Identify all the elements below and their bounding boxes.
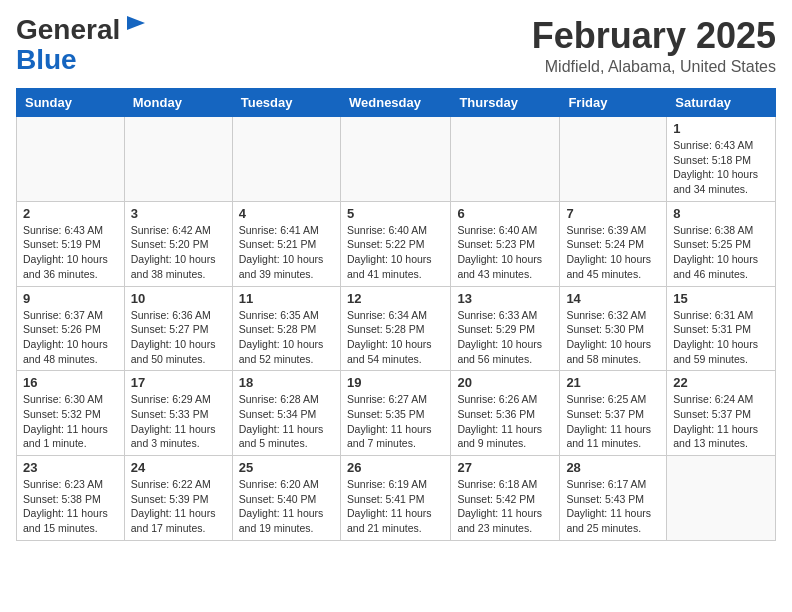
calendar-cell: 1Sunrise: 6:43 AMSunset: 5:18 PMDaylight… [667,117,776,202]
calendar-cell: 22Sunrise: 6:24 AMSunset: 5:37 PMDayligh… [667,371,776,456]
day-info: Sunrise: 6:23 AMSunset: 5:38 PMDaylight:… [23,477,118,536]
calendar-cell [17,117,125,202]
day-number: 7 [566,206,660,221]
calendar-cell: 25Sunrise: 6:20 AMSunset: 5:40 PMDayligh… [232,456,340,541]
day-info: Sunrise: 6:19 AMSunset: 5:41 PMDaylight:… [347,477,444,536]
calendar-cell: 17Sunrise: 6:29 AMSunset: 5:33 PMDayligh… [124,371,232,456]
day-number: 24 [131,460,226,475]
calendar-cell: 8Sunrise: 6:38 AMSunset: 5:25 PMDaylight… [667,201,776,286]
day-number: 21 [566,375,660,390]
calendar-cell [124,117,232,202]
day-info: Sunrise: 6:28 AMSunset: 5:34 PMDaylight:… [239,392,334,451]
weekday-header-wednesday: Wednesday [340,89,450,117]
day-number: 28 [566,460,660,475]
calendar-cell: 11Sunrise: 6:35 AMSunset: 5:28 PMDayligh… [232,286,340,371]
weekday-header-thursday: Thursday [451,89,560,117]
calendar-cell: 7Sunrise: 6:39 AMSunset: 5:24 PMDaylight… [560,201,667,286]
calendar-cell: 9Sunrise: 6:37 AMSunset: 5:26 PMDaylight… [17,286,125,371]
day-number: 25 [239,460,334,475]
day-info: Sunrise: 6:20 AMSunset: 5:40 PMDaylight:… [239,477,334,536]
day-number: 4 [239,206,334,221]
day-number: 17 [131,375,226,390]
day-number: 19 [347,375,444,390]
day-info: Sunrise: 6:31 AMSunset: 5:31 PMDaylight:… [673,308,769,367]
title-area: February 2025 Midfield, Alabama, United … [532,16,776,76]
day-info: Sunrise: 6:39 AMSunset: 5:24 PMDaylight:… [566,223,660,282]
day-number: 10 [131,291,226,306]
weekday-header-friday: Friday [560,89,667,117]
calendar-cell: 14Sunrise: 6:32 AMSunset: 5:30 PMDayligh… [560,286,667,371]
day-info: Sunrise: 6:32 AMSunset: 5:30 PMDaylight:… [566,308,660,367]
day-number: 5 [347,206,444,221]
week-row-5: 23Sunrise: 6:23 AMSunset: 5:38 PMDayligh… [17,456,776,541]
day-number: 27 [457,460,553,475]
calendar-cell: 24Sunrise: 6:22 AMSunset: 5:39 PMDayligh… [124,456,232,541]
day-info: Sunrise: 6:25 AMSunset: 5:37 PMDaylight:… [566,392,660,451]
calendar-cell: 20Sunrise: 6:26 AMSunset: 5:36 PMDayligh… [451,371,560,456]
calendar-cell [340,117,450,202]
calendar-cell: 26Sunrise: 6:19 AMSunset: 5:41 PMDayligh… [340,456,450,541]
day-info: Sunrise: 6:18 AMSunset: 5:42 PMDaylight:… [457,477,553,536]
day-number: 22 [673,375,769,390]
day-info: Sunrise: 6:17 AMSunset: 5:43 PMDaylight:… [566,477,660,536]
day-number: 18 [239,375,334,390]
weekday-header-saturday: Saturday [667,89,776,117]
day-info: Sunrise: 6:40 AMSunset: 5:22 PMDaylight:… [347,223,444,282]
calendar-cell [667,456,776,541]
day-info: Sunrise: 6:26 AMSunset: 5:36 PMDaylight:… [457,392,553,451]
calendar-cell: 13Sunrise: 6:33 AMSunset: 5:29 PMDayligh… [451,286,560,371]
week-row-3: 9Sunrise: 6:37 AMSunset: 5:26 PMDaylight… [17,286,776,371]
calendar-cell: 18Sunrise: 6:28 AMSunset: 5:34 PMDayligh… [232,371,340,456]
calendar-cell: 12Sunrise: 6:34 AMSunset: 5:28 PMDayligh… [340,286,450,371]
week-row-2: 2Sunrise: 6:43 AMSunset: 5:19 PMDaylight… [17,201,776,286]
day-info: Sunrise: 6:40 AMSunset: 5:23 PMDaylight:… [457,223,553,282]
logo-general: General [16,14,120,45]
week-row-1: 1Sunrise: 6:43 AMSunset: 5:18 PMDaylight… [17,117,776,202]
calendar-cell: 4Sunrise: 6:41 AMSunset: 5:21 PMDaylight… [232,201,340,286]
day-info: Sunrise: 6:24 AMSunset: 5:37 PMDaylight:… [673,392,769,451]
day-number: 12 [347,291,444,306]
day-number: 13 [457,291,553,306]
day-number: 11 [239,291,334,306]
day-info: Sunrise: 6:34 AMSunset: 5:28 PMDaylight:… [347,308,444,367]
logo-icon [127,16,145,30]
logo-blue: Blue [16,44,77,75]
day-number: 6 [457,206,553,221]
month-title: February 2025 [532,16,776,56]
calendar-cell: 2Sunrise: 6:43 AMSunset: 5:19 PMDaylight… [17,201,125,286]
day-info: Sunrise: 6:43 AMSunset: 5:18 PMDaylight:… [673,138,769,197]
day-info: Sunrise: 6:37 AMSunset: 5:26 PMDaylight:… [23,308,118,367]
day-info: Sunrise: 6:41 AMSunset: 5:21 PMDaylight:… [239,223,334,282]
day-info: Sunrise: 6:30 AMSunset: 5:32 PMDaylight:… [23,392,118,451]
weekday-header-tuesday: Tuesday [232,89,340,117]
logo: General Blue [16,16,145,76]
calendar-cell: 19Sunrise: 6:27 AMSunset: 5:35 PMDayligh… [340,371,450,456]
day-info: Sunrise: 6:22 AMSunset: 5:39 PMDaylight:… [131,477,226,536]
day-number: 15 [673,291,769,306]
calendar-cell: 16Sunrise: 6:30 AMSunset: 5:32 PMDayligh… [17,371,125,456]
day-number: 14 [566,291,660,306]
day-number: 16 [23,375,118,390]
calendar-cell: 15Sunrise: 6:31 AMSunset: 5:31 PMDayligh… [667,286,776,371]
day-info: Sunrise: 6:27 AMSunset: 5:35 PMDaylight:… [347,392,444,451]
svg-marker-0 [127,16,145,30]
calendar-cell: 5Sunrise: 6:40 AMSunset: 5:22 PMDaylight… [340,201,450,286]
page-header: General Blue February 2025 Midfield, Ala… [16,16,776,76]
day-info: Sunrise: 6:43 AMSunset: 5:19 PMDaylight:… [23,223,118,282]
calendar-cell: 28Sunrise: 6:17 AMSunset: 5:43 PMDayligh… [560,456,667,541]
calendar-cell: 10Sunrise: 6:36 AMSunset: 5:27 PMDayligh… [124,286,232,371]
day-info: Sunrise: 6:42 AMSunset: 5:20 PMDaylight:… [131,223,226,282]
day-number: 8 [673,206,769,221]
calendar-cell [451,117,560,202]
day-number: 9 [23,291,118,306]
calendar-cell [232,117,340,202]
weekday-header-monday: Monday [124,89,232,117]
day-number: 2 [23,206,118,221]
day-info: Sunrise: 6:33 AMSunset: 5:29 PMDaylight:… [457,308,553,367]
day-number: 26 [347,460,444,475]
calendar-cell: 6Sunrise: 6:40 AMSunset: 5:23 PMDaylight… [451,201,560,286]
weekday-header-sunday: Sunday [17,89,125,117]
calendar: SundayMondayTuesdayWednesdayThursdayFrid… [16,88,776,541]
day-number: 23 [23,460,118,475]
day-info: Sunrise: 6:29 AMSunset: 5:33 PMDaylight:… [131,392,226,451]
